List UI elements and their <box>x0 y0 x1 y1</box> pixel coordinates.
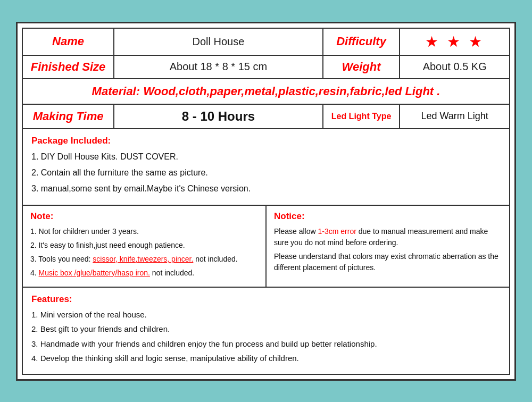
led-light-value: Led Warm Light <box>400 104 510 129</box>
music-box-link[interactable]: Music box /glue/battery/hasp iron. <box>39 269 150 277</box>
info-table: Name Doll House Difficulty ★ ★ ★ Finishe… <box>22 28 510 129</box>
product-info-card: Name Doll House Difficulty ★ ★ ★ Finishe… <box>16 22 516 381</box>
note-notice-container: Note: 1. Not for children under 3 years.… <box>22 206 510 288</box>
difficulty-label: Difficulty <box>323 28 400 55</box>
note-item-3: 3. Tools you need: scissor, knife,tweeze… <box>30 254 258 265</box>
note-item-1: 1. Not for children under 3 years. <box>30 226 258 237</box>
package-item-1: 1. DIY Doll House Kits. DUST COVER. <box>31 150 501 163</box>
making-time-value: 8 - 10 Hours <box>114 104 323 129</box>
finished-size-value: About 18 * 8 * 15 cm <box>114 55 323 79</box>
weight-label: Weight <box>323 55 400 79</box>
finished-size-label: Finished Size <box>22 55 114 79</box>
making-time-label: Making Time <box>22 104 114 129</box>
notice-title: Notice: <box>274 211 502 222</box>
note-title: Note: <box>30 211 258 222</box>
note-item-2: 2. It's easy to finish,just need enough … <box>30 240 258 251</box>
weight-value: About 0.5 KG <box>400 55 510 79</box>
package-section: Package Included: 1. DIY Doll House Kits… <box>22 129 510 206</box>
difficulty-stars: ★ ★ ★ <box>400 28 510 55</box>
note-col: Note: 1. Not for children under 3 years.… <box>22 206 266 288</box>
material-text: Material: Wood,cloth,paper,metal,plastic… <box>29 85 503 98</box>
feature-item-4: 4. Develop the thinking skill and logic … <box>31 353 501 365</box>
name-value: Doll House <box>114 28 323 55</box>
notice-text-2: Please understand that colors may exist … <box>274 251 502 273</box>
led-light-type-label: Led Light Type <box>323 104 400 129</box>
note-item-4: 4. Music box /glue/battery/hasp iron. no… <box>30 267 258 279</box>
package-item-3: 3. manual,some sent by email.Maybe it's … <box>31 182 501 195</box>
material-cell: Material: Wood,cloth,paper,metal,plastic… <box>22 79 510 104</box>
tools-link[interactable]: scissor, knife,tweezers, pincer. <box>93 255 193 263</box>
notice-text-1: Please allow 1-3cm error due to manual m… <box>274 226 502 248</box>
name-label: Name <box>22 28 114 55</box>
notice-col: Notice: Please allow 1-3cm error due to … <box>266 206 510 288</box>
features-title: Features: <box>31 294 501 305</box>
package-item-2: 2. Contain all the furniture the same as… <box>31 166 501 179</box>
error-range: 1-3cm error <box>318 227 356 236</box>
feature-item-2: 2. Best gift to your friends and childre… <box>31 323 501 336</box>
feature-item-3: 3. Handmade with your friends and childr… <box>31 338 501 350</box>
package-title: Package Included: <box>31 136 501 146</box>
features-section: Features: 1. Mini version of the real ho… <box>22 288 510 375</box>
feature-item-1: 1. Mini version of the real house. <box>31 309 501 321</box>
